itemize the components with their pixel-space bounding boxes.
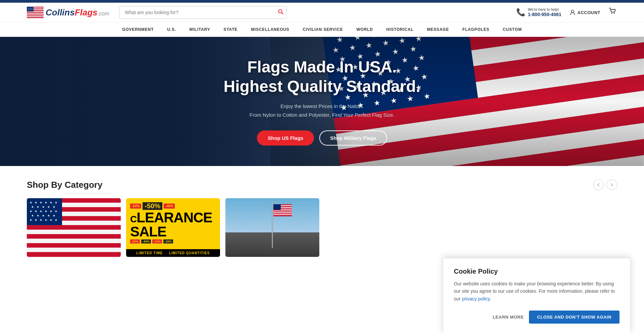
cart-icon bbox=[608, 7, 617, 16]
svg-point-22 bbox=[614, 13, 615, 14]
next-arrow-button[interactable] bbox=[606, 179, 617, 190]
svg-rect-12 bbox=[27, 16, 44, 17]
flag-on-pole bbox=[273, 204, 292, 216]
search-input[interactable] bbox=[119, 6, 287, 19]
svg-rect-78 bbox=[273, 215, 292, 216]
phone-number: 1-800-950-4061 bbox=[528, 12, 561, 17]
svg-rect-77 bbox=[273, 214, 292, 215]
svg-rect-53 bbox=[27, 225, 121, 229]
account-button[interactable]: ACCOUNT bbox=[570, 9, 601, 15]
nav-military[interactable]: MILITARY bbox=[183, 22, 217, 37]
us-flags-card-bg: ★★★★★★ ★★★★★ ★★★★★★ ★★★★★ ★★★★★★ bbox=[27, 198, 121, 257]
user-icon bbox=[570, 9, 576, 15]
category-card-clearance[interactable]: -60% -50% -40% CLEARANCESALE -60% -40% -… bbox=[126, 198, 220, 257]
logo-text: CollinsFlags.com bbox=[46, 7, 109, 18]
nav-civilian-service[interactable]: CIVILIAN SERVICE bbox=[296, 22, 350, 37]
clearance-top-badges: -60% -50% -40% bbox=[130, 202, 216, 210]
svg-point-21 bbox=[611, 13, 612, 14]
svg-rect-10 bbox=[27, 14, 44, 15]
badge-40-mid: -40% bbox=[141, 239, 151, 243]
logo-com: .com bbox=[98, 11, 109, 16]
nav-flagpoles[interactable]: FLAGPOLES bbox=[456, 22, 496, 37]
svg-line-19 bbox=[282, 13, 283, 14]
clearance-mid-badges: -60% -40% -10% -20% bbox=[130, 239, 216, 243]
hero-content: Flags Made In USA. Highest Quality Stand… bbox=[224, 57, 421, 146]
badge-40-top: -40% bbox=[164, 204, 175, 209]
nav-world[interactable]: WORLD bbox=[350, 22, 379, 37]
svg-text:★★★★★★: ★★★★★★ bbox=[28, 9, 34, 11]
category-card-outdoor[interactable] bbox=[225, 198, 319, 257]
search-icon bbox=[278, 9, 283, 14]
search-bar bbox=[119, 6, 287, 19]
svg-rect-58 bbox=[27, 247, 121, 252]
chevron-left-icon bbox=[596, 183, 600, 187]
logo-flags: Flags bbox=[75, 7, 98, 17]
svg-rect-56 bbox=[27, 239, 121, 243]
hero-section: ★★★★★★ ★★★★★ ★★★★★★ ★★★★★ ★★★★★★ ★★★★★ ★… bbox=[0, 37, 644, 166]
account-label: ACCOUNT bbox=[578, 10, 601, 15]
logo[interactable]: ★★★★★★ ★★★★★ ★★★★★★ CollinsFlags.com bbox=[27, 7, 109, 18]
phone-label: We're here to help! bbox=[528, 7, 561, 11]
shop-section: Shop By Category bbox=[0, 166, 644, 264]
svg-text:★★★★★★: ★★★★★★ bbox=[30, 218, 60, 222]
svg-rect-54 bbox=[27, 230, 121, 234]
header-right: 📞 We're here to help! 1-800-950-4061 ACC… bbox=[516, 7, 617, 18]
svg-rect-8 bbox=[27, 13, 44, 14]
chevron-right-icon bbox=[610, 183, 614, 187]
cookie-banner: Cookie Policy Our website uses cookies t… bbox=[443, 258, 631, 264]
clearance-footer-bar: LIMITED TIME LIMITED QUANTITIES bbox=[126, 249, 220, 257]
badge-10-mid: -10% bbox=[152, 239, 162, 243]
svg-text:★★★★★★: ★★★★★★ bbox=[30, 210, 60, 213]
shop-us-flags-button[interactable]: Shop US Flags bbox=[257, 130, 314, 146]
logo-collins: Collins bbox=[46, 7, 75, 17]
svg-rect-79 bbox=[273, 204, 281, 210]
hero-buttons: Shop US Flags Shop Military Flags bbox=[224, 130, 421, 146]
category-grid: ★★★★★★ ★★★★★ ★★★★★★ ★★★★★ ★★★★★★ -60% -5… bbox=[27, 198, 617, 257]
svg-text:★★★★★: ★★★★★ bbox=[31, 214, 58, 217]
category-card-us-flags[interactable]: ★★★★★★ ★★★★★ ★★★★★★ ★★★★★ ★★★★★★ bbox=[27, 198, 121, 257]
svg-rect-59 bbox=[27, 252, 121, 257]
phone-text: We're here to help! 1-800-950-4061 bbox=[528, 7, 561, 17]
shop-header: Shop By Category bbox=[27, 179, 617, 190]
nav-government[interactable]: GOVERNMENT bbox=[115, 22, 160, 37]
nav-miscellaneous[interactable]: MISCELLANEOUS bbox=[244, 22, 296, 37]
svg-point-20 bbox=[571, 10, 574, 13]
svg-rect-9 bbox=[27, 14, 44, 15]
nav-arrows bbox=[593, 179, 617, 190]
nav-historical[interactable]: HISTORICAL bbox=[380, 22, 420, 37]
main-nav: GOVERNMENT U.S. MILITARY STATE MISCELLAN… bbox=[0, 22, 644, 37]
svg-rect-7 bbox=[27, 12, 44, 13]
svg-rect-72 bbox=[273, 210, 292, 211]
svg-rect-75 bbox=[273, 212, 292, 213]
svg-rect-74 bbox=[273, 211, 292, 212]
svg-rect-11 bbox=[27, 15, 44, 16]
phone-icon: 📞 bbox=[516, 8, 525, 17]
prev-arrow-button[interactable] bbox=[593, 179, 604, 190]
nav-message[interactable]: MESSAGE bbox=[420, 22, 456, 37]
top-bar bbox=[0, 0, 644, 3]
nav-custom[interactable]: CUSTOM bbox=[496, 22, 529, 37]
svg-rect-73 bbox=[273, 210, 292, 211]
nav-state[interactable]: STATE bbox=[217, 22, 245, 37]
hero-subtitle: Enjoy the lowest Prices in the Nation. F… bbox=[224, 102, 421, 119]
svg-rect-76 bbox=[273, 213, 292, 214]
badge-50: -50% bbox=[143, 202, 162, 210]
svg-text:★★★★★★: ★★★★★★ bbox=[30, 201, 60, 204]
shop-military-flags-button[interactable]: Shop Military Flags bbox=[319, 130, 387, 146]
badge-60-top: -60% bbox=[130, 204, 141, 209]
logo-flag-icon: ★★★★★★ ★★★★★ ★★★★★★ bbox=[27, 7, 44, 18]
svg-text:★★★★★: ★★★★★ bbox=[31, 205, 58, 209]
header: ★★★★★★ ★★★★★ ★★★★★★ CollinsFlags.com 📞 W… bbox=[0, 3, 644, 22]
cart-button[interactable] bbox=[608, 7, 617, 18]
badge-20-mid: -20% bbox=[163, 239, 173, 243]
phone-block: 📞 We're here to help! 1-800-950-4061 bbox=[516, 7, 561, 17]
search-button[interactable] bbox=[278, 9, 283, 16]
hero-title: Flags Made In USA. Highest Quality Stand… bbox=[224, 57, 421, 96]
svg-rect-57 bbox=[27, 243, 121, 247]
svg-rect-13 bbox=[27, 17, 44, 18]
badge-60-mid: -60% bbox=[130, 239, 140, 243]
flagpole bbox=[272, 201, 273, 248]
svg-rect-55 bbox=[27, 234, 121, 238]
nav-us[interactable]: U.S. bbox=[160, 22, 183, 37]
shop-title: Shop By Category bbox=[27, 180, 102, 190]
